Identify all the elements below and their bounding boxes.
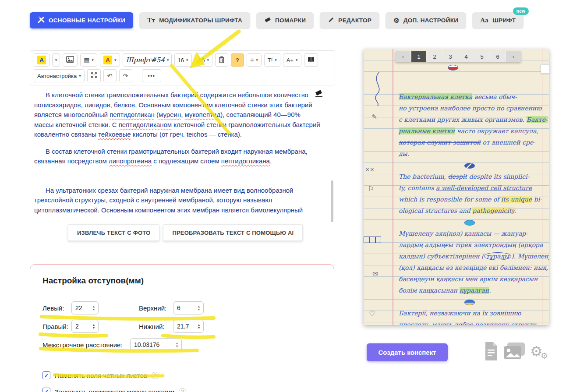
line-spacing-label: Межстрочное расстояние: xyxy=(42,341,130,349)
flag-ua-icon xyxy=(464,300,475,305)
action-buttons: ИЗВЛЕЧЬ ТЕКСТ С ФОТО ПРЕОБРАЗОВАТЬ ТЕКСТ… xyxy=(68,224,303,241)
fill-word-gap-label: Заполнить промежуток между словами xyxy=(55,388,174,392)
flag-en-icon xyxy=(464,163,475,169)
font-color-button[interactable]: A xyxy=(34,53,50,67)
left-margin-value: 22 xyxy=(75,304,82,311)
fill-word-gap-checkbox[interactable]: ✓ xyxy=(42,388,50,392)
hand-line xyxy=(364,216,549,228)
hand-line: Бактериальная клетка весьма обыч- xyxy=(364,91,549,102)
images-export-icon[interactable] xyxy=(503,342,526,362)
tab-font-modifiers[interactable]: Тт МОДИФИКАТОРЫ ШРИФТА xyxy=(139,12,250,28)
page-format-select[interactable]: A5 ▾ xyxy=(195,53,212,67)
misspelled-word: муреин xyxy=(159,111,181,118)
insert-image-button[interactable] xyxy=(63,53,78,67)
page-button-1[interactable]: 1 xyxy=(411,51,426,62)
flag-ru-icon xyxy=(448,65,458,71)
aa-icon: Aа xyxy=(480,17,488,24)
left-margin-stepper[interactable]: 22 ▴▾ xyxy=(71,301,99,314)
hand-line: бәсеңдеуін қаңқасы мен әркім көзқарасын xyxy=(364,273,549,285)
gear-icon: ⚙ xyxy=(393,17,400,25)
font-scale-select[interactable]: A+ ▾ xyxy=(283,53,301,67)
next-page-button[interactable]: › xyxy=(506,51,521,62)
redo-button[interactable]: ↷ xyxy=(119,69,132,82)
misspelled-word: пептидогликаном xyxy=(119,121,172,128)
export-settings-gear-icon[interactable]: ⚙ ⚙ xyxy=(530,342,550,362)
top-margin-label: Верхний: xyxy=(139,304,173,312)
page-button-4[interactable]: 4 xyxy=(459,51,474,62)
stepper-arrows-icon[interactable]: ▴▾ xyxy=(176,342,178,348)
chevron-down-icon: ▾ xyxy=(296,58,298,62)
font-size-select[interactable]: 16 ▾ xyxy=(174,53,192,67)
font-color-icon: A xyxy=(37,56,46,64)
swap-even-margins-checkbox[interactable]: ✓ xyxy=(42,371,50,379)
page-button-5[interactable]: 5 xyxy=(474,51,489,62)
prev-page-button[interactable]: ‹ xyxy=(396,51,410,62)
page-button-3[interactable]: 3 xyxy=(443,51,458,62)
text-segment: , xyxy=(181,111,184,118)
tab-editor[interactable]: РЕДАКТОР xyxy=(320,12,379,28)
page-input-box[interactable] xyxy=(541,64,550,74)
insert-table-button[interactable]: ▦ ▾ xyxy=(80,53,97,67)
help-circle-icon[interactable]: ? xyxy=(179,388,186,392)
ai-convert-button[interactable]: ПРЕОБРАЗОВАТЬ ТЕКСТ С ПОМОЩЬЮ AI xyxy=(163,224,303,241)
align-select[interactable]: ≡ ▾ xyxy=(247,53,262,67)
tab-main-settings[interactable]: ОСНОВНЫЕ НАСТРОЙКИ xyxy=(30,12,133,28)
bottom-margin-stepper[interactable]: 21.7 ▴▾ xyxy=(173,320,204,333)
chevron-down-icon: ▾ xyxy=(207,58,209,62)
right-margin-stepper[interactable]: 2 ▴▾ xyxy=(71,320,99,333)
text-transform-select[interactable]: T! ▾ xyxy=(264,53,280,67)
hand-line: Бактерії, незважаючи на їх зовнішню xyxy=(364,307,549,319)
highlight-icon: A xyxy=(103,56,112,64)
tab-extra-settings[interactable]: ⚙ ДОП. НАСТРОЙКИ xyxy=(386,12,466,28)
text-segment: с подлежащим слоем xyxy=(152,157,221,165)
text-editor[interactable]: В клеточной стенки грамположительных бак… xyxy=(30,87,335,222)
page-button-6[interactable]: 6 xyxy=(490,51,505,62)
font-select[interactable]: Шрифт#54 ▾ xyxy=(123,53,172,67)
stepper-arrows-icon[interactable]: ▴▾ xyxy=(198,305,200,311)
stepper-arrows-icon[interactable]: ▴▾ xyxy=(93,323,95,329)
misspelled-word: мукопептид xyxy=(185,111,221,118)
line-spacing-value: 10.03176 xyxy=(134,341,159,348)
stepper-arrows-icon[interactable]: ▴▾ xyxy=(93,305,95,311)
stepper-arrows-icon[interactable]: ▴▾ xyxy=(198,323,200,329)
autofit-label: Автонастройка xyxy=(37,73,77,79)
undo-button[interactable]: ↶ xyxy=(103,69,117,82)
hand-line xyxy=(364,159,549,171)
highlight-color-button[interactable]: A ▾ xyxy=(100,53,120,67)
pen-icon xyxy=(328,17,334,25)
tab-font[interactable]: Aа ШРИФТ new xyxy=(472,12,523,28)
question-icon: ? xyxy=(236,57,239,64)
extract-text-button[interactable]: ИЗВЛЕЧЬ ТЕКСТ С ФОТО xyxy=(68,224,159,241)
fill-word-gap-row: ✓ Заполнить промежуток между словами ? xyxy=(42,387,322,392)
expand-icon xyxy=(91,72,97,80)
dictionary-button[interactable] xyxy=(304,53,318,67)
create-summary-button[interactable]: Создать конспект xyxy=(367,343,448,361)
editor-scrollbar[interactable] xyxy=(331,180,333,222)
expand-button[interactable] xyxy=(87,69,101,82)
undo-icon: ↶ xyxy=(107,72,113,79)
top-margin-stepper[interactable]: 6 ▴▾ xyxy=(173,301,204,314)
hand-line xyxy=(364,296,549,307)
delete-button[interactable] xyxy=(215,53,228,67)
chevron-down-icon: ▾ xyxy=(256,58,258,62)
clear-format-eraser-icon[interactable] xyxy=(314,89,324,100)
autofit-select[interactable]: Автонастройка ▾ xyxy=(34,69,85,82)
help-button[interactable]: ? xyxy=(231,53,244,67)
help-circle-icon[interactable]: ? xyxy=(152,372,159,379)
line-spacing-stepper[interactable]: 10.03176 ▴▾ xyxy=(130,338,182,351)
misspelled-word: пептидогликан xyxy=(110,111,155,118)
text-segment: ( xyxy=(155,111,159,118)
tab-label: ПОМАРКИ xyxy=(275,17,306,24)
text-segment: . xyxy=(270,157,272,165)
toolbar-row-2: Автонастройка ▾ ↶ ↷ ••• xyxy=(34,69,331,82)
page-button-2[interactable]: 2 xyxy=(427,51,442,62)
editor-paragraph: В состав клеточной стенки грамотрицатель… xyxy=(34,147,320,166)
tab-blots[interactable]: ПОМАРКИ xyxy=(256,12,314,28)
font-color-caret[interactable]: ▾ xyxy=(52,53,60,67)
hand-line: ological structures and pathogenicity. xyxy=(364,205,549,216)
more-button[interactable]: ••• xyxy=(142,69,161,82)
margins-panel: Настройка отступов(мм) Левый: 22 ▴▾ Верх… xyxy=(30,264,334,392)
font-name-value: Шрифт#54 xyxy=(126,56,165,64)
pdf-export-icon[interactable] xyxy=(484,342,499,363)
hand-line: простоту, мають добре розвинену структу- xyxy=(364,319,549,325)
